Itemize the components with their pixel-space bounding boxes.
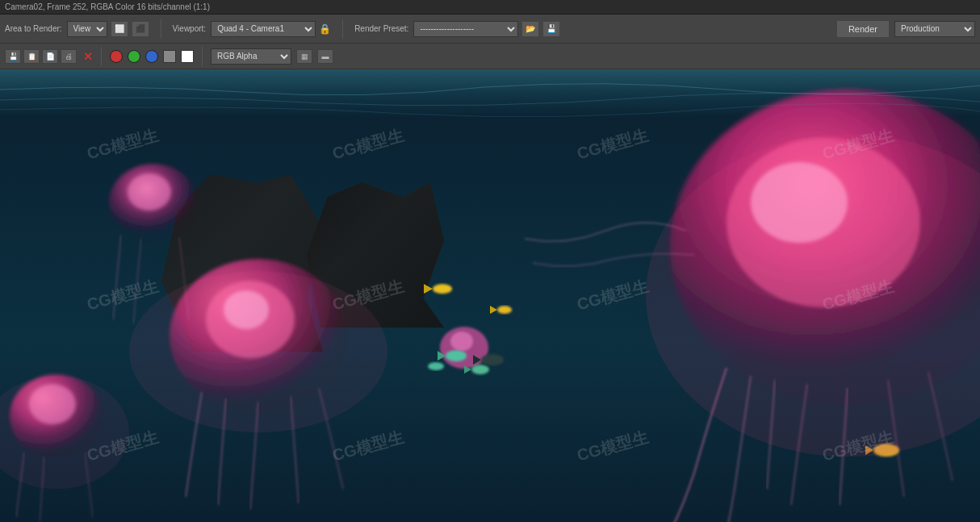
print-btn[interactable]: 🖨	[61, 49, 77, 64]
watermark-11: CG模型生	[719, 342, 980, 522]
production-select[interactable]: Production Draft ActiveShade	[894, 21, 975, 37]
checkerboard-icon: ▦	[301, 52, 308, 61]
toolbar-row1: Area to Render: View ⬜ ⬛ Viewport: Quad …	[0, 15, 980, 44]
watermark-7: CG模型生	[719, 191, 980, 400]
load-icon: 📂	[526, 24, 535, 33]
render-viewport: CG模型生 CG模型生 CG模型生 CG模型生 CG模型生 CG模型生 CG模型…	[0, 69, 980, 522]
svg-point-3	[751, 162, 848, 243]
watermark-8: CG模型生	[0, 342, 261, 522]
save-icon: 💾	[547, 24, 556, 33]
blue-channel-btn[interactable]	[145, 50, 158, 63]
rock-mid	[307, 182, 444, 328]
viewport-select[interactable]: Quad 4 - Camera1	[211, 21, 316, 37]
area-to-render-section: Area to Render: View ⬜ ⬛	[5, 21, 149, 37]
green-channel-btn[interactable]	[128, 50, 140, 63]
render-section: Render Production Draft ActiveShade	[836, 20, 975, 38]
rock-left	[161, 174, 323, 352]
scene-svg	[0, 69, 980, 522]
svg-point-12	[450, 332, 473, 351]
close-button[interactable]: ✕	[83, 50, 93, 63]
paste-btn[interactable]: 📄	[42, 49, 58, 64]
render-preset-select[interactable]: --------------------	[413, 21, 518, 37]
render-preset-label: Render Preset:	[354, 24, 408, 33]
render-button[interactable]: Render	[836, 20, 890, 38]
frame-icon: ⬜	[115, 24, 124, 33]
channel-view-btn[interactable]: ▬	[317, 49, 333, 64]
red-channel-btn[interactable]	[110, 50, 123, 63]
title-text: Camera02, Frame 252, RGBA Color 16 bits/…	[5, 2, 210, 11]
paste-icon: 📄	[46, 52, 55, 61]
copy-icon: 📋	[27, 52, 36, 61]
separator1	[161, 19, 161, 39]
viewport-label: Viewport:	[173, 24, 207, 33]
area-to-render-select[interactable]: View	[67, 21, 107, 37]
separator2	[342, 19, 343, 39]
watermark-6: CG模型生	[475, 191, 751, 400]
svg-point-27	[646, 134, 980, 457]
toolbar-row2: 💾 📋 📄 🖨 ✕ RGB Alpha Red Green Blue Alpha…	[0, 44, 980, 69]
svg-point-2	[727, 138, 920, 307]
underwater-scene: CG模型生 CG模型生 CG模型生 CG模型生 CG模型生 CG模型生 CG模型…	[0, 69, 980, 522]
area-to-render-label: Area to Render:	[5, 24, 62, 33]
svg-point-24	[873, 444, 899, 457]
preset-load-btn[interactable]: 📂	[521, 21, 539, 37]
channel-select[interactable]: RGB Alpha Red Green Blue Alpha Monochrom…	[211, 48, 291, 65]
svg-point-28	[0, 376, 129, 489]
render-preset-section: Render Preset: -------------------- 📂 💾	[354, 21, 560, 37]
crop-icon: ⬛	[136, 24, 145, 33]
svg-marker-18	[438, 351, 446, 361]
svg-point-19	[471, 365, 489, 374]
svg-point-11	[440, 327, 488, 369]
preset-save-btn[interactable]: 💾	[542, 21, 560, 37]
split-icon: ▬	[322, 52, 329, 61]
svg-point-1	[670, 90, 980, 404]
svg-marker-20	[464, 365, 471, 374]
title-bar: Camera02, Frame 252, RGBA Color 16 bits/…	[0, 0, 980, 15]
watermark-overlay: CG模型生 CG模型生 CG模型生 CG模型生 CG模型生 CG模型生 CG模型…	[0, 69, 980, 522]
save-file-btn[interactable]: 💾	[5, 49, 21, 64]
mono-channel-btn[interactable]	[163, 50, 176, 63]
channel-toggle-btn[interactable]: ▦	[296, 49, 312, 64]
svg-point-10	[29, 384, 76, 424]
file-icons: 💾 📋 📄 🖨	[5, 49, 77, 64]
area-btn1[interactable]: ⬜	[111, 21, 128, 37]
disk-icon: 💾	[9, 52, 18, 61]
water-surface	[0, 69, 980, 118]
svg-marker-16	[490, 306, 497, 314]
svg-marker-23	[473, 355, 481, 365]
svg-point-13	[433, 284, 452, 294]
lock-icon: 🔒	[319, 23, 331, 35]
svg-point-8	[128, 173, 171, 211]
svg-marker-25	[865, 445, 873, 455]
separator4	[202, 47, 203, 66]
svg-point-15	[497, 306, 512, 314]
area-btn2[interactable]: ⬛	[132, 21, 149, 37]
viewport-section: Viewport: Quad 4 - Camera1 🔒	[173, 21, 332, 37]
watermark-9: CG模型生	[229, 342, 505, 522]
watermark-10: CG模型生	[475, 342, 751, 522]
svg-point-22	[481, 354, 504, 365]
print-icon: 🖨	[65, 52, 73, 61]
white-channel-btn[interactable]	[181, 50, 194, 63]
copy-btn[interactable]: 📋	[23, 49, 40, 64]
separator3	[101, 47, 102, 66]
svg-point-17	[446, 350, 467, 361]
svg-point-9	[10, 374, 103, 458]
svg-point-21	[428, 362, 444, 370]
